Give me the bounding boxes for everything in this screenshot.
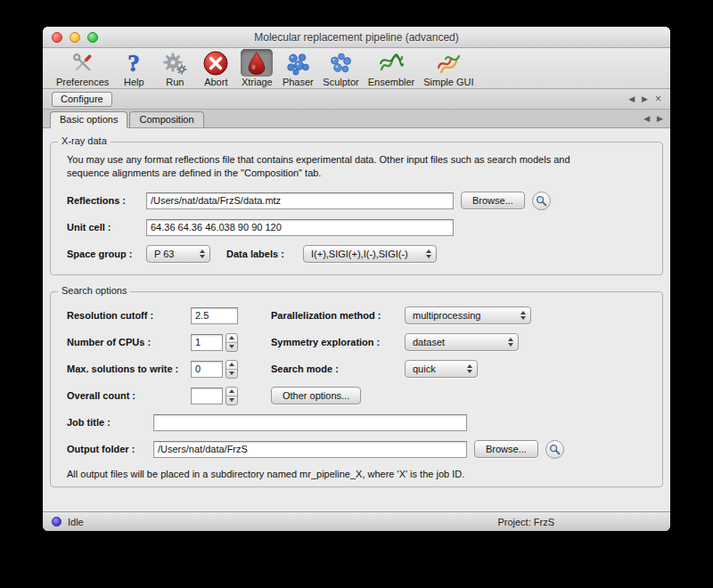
parallelization-method-label: Parallelization method :	[271, 310, 405, 321]
sculptor-icon	[324, 49, 356, 77]
tab-configure[interactable]: Configure	[52, 92, 112, 107]
minimize-window-button[interactable]	[70, 32, 80, 43]
reflections-browse-button[interactable]: Browse...	[461, 192, 525, 209]
reflections-input[interactable]	[146, 192, 454, 209]
max-solutions-row: Max. solutions to write : Search mode : …	[67, 355, 646, 382]
toolbar-label: Simple GUI	[423, 77, 473, 87]
toolbar-label: Help	[124, 77, 144, 87]
search-options-group: Search options Resolution cutoff : Paral…	[50, 291, 663, 487]
unit-cell-input[interactable]	[146, 219, 454, 236]
unit-cell-label: Unit cell :	[67, 222, 146, 233]
group-title: Search options	[58, 285, 130, 296]
toolbar-item-sculptor[interactable]: Sculptor	[318, 49, 363, 87]
tab-close-icon[interactable]: ×	[655, 94, 661, 104]
magnifier-icon	[536, 195, 547, 207]
overall-count-label: Overall count :	[67, 390, 191, 401]
tab-composition[interactable]: Composition	[129, 111, 203, 128]
zoom-window-button[interactable]	[87, 32, 98, 43]
data-labels-label: Data labels :	[226, 249, 303, 259]
toolbar-item-abort[interactable]: Abort	[195, 49, 236, 87]
toolbar-label: Preferences	[56, 77, 109, 87]
simple-gui-icon	[432, 49, 464, 77]
status-indicator-icon	[52, 517, 61, 527]
cpus-row: Number of CPUs : Symmetry exploration : …	[67, 329, 646, 355]
stepper-up[interactable]	[226, 334, 237, 342]
tab-scroll-left-icon[interactable]: ◀	[628, 95, 635, 103]
window-controls	[52, 32, 98, 43]
main-content: X-ray data You may use any format reflec…	[43, 128, 670, 511]
other-options-button[interactable]: Other options...	[271, 387, 361, 404]
number-of-cpus-input[interactable]	[191, 334, 223, 351]
magnifier-icon	[549, 444, 561, 455]
toolbar-label: Ensembler	[368, 77, 415, 87]
subtab-nav: ◀ ▶	[643, 115, 663, 123]
run-icon	[159, 49, 191, 77]
max-solutions-stepper[interactable]	[225, 360, 238, 379]
toolbar-item-xtriage[interactable]: Xtriage	[236, 49, 277, 87]
stepper-down[interactable]	[226, 342, 237, 351]
output-folder-view-button[interactable]	[545, 440, 564, 459]
resolution-cutoff-input[interactable]	[191, 307, 238, 324]
tab-scroll-right-icon[interactable]: ▶	[642, 95, 648, 103]
reflections-view-button[interactable]	[532, 192, 551, 210]
reflections-label: Reflections :	[67, 195, 146, 206]
status-bar: Idle Project: FrzS	[43, 511, 670, 531]
group-title: X-ray data	[58, 135, 111, 146]
output-folder-input[interactable]	[153, 441, 467, 458]
help-icon: ?	[118, 49, 150, 77]
overall-count-stepper[interactable]	[225, 387, 238, 405]
toolbar-label: Sculptor	[323, 77, 358, 87]
space-group-select[interactable]: P 63	[146, 245, 210, 263]
job-title-label: Job title :	[67, 417, 153, 428]
symmetry-exploration-label: Symmetry exploration :	[271, 337, 405, 347]
toolbar-item-run[interactable]: Run	[154, 49, 195, 87]
notebook-nav: ◀ ▶ ×	[628, 94, 661, 104]
search-mode-select[interactable]: quick	[405, 360, 478, 378]
number-of-cpus-label: Number of CPUs :	[67, 337, 191, 347]
output-folder-row: Output folder : Browse...	[67, 436, 646, 462]
toolbar: Preferences ? Help	[43, 48, 670, 89]
max-solutions-label: Max. solutions to write :	[67, 363, 191, 374]
parallelization-method-select[interactable]: multiprocessing	[405, 306, 531, 324]
popup-arrows-icon	[508, 338, 513, 347]
screen: { "window": { "title": "Molecular replac…	[0, 0, 713, 588]
toolbar-item-preferences[interactable]: Preferences	[52, 49, 113, 87]
window-title: Molecular replacement pipeline (advanced…	[254, 31, 458, 44]
notebook-header: Configure ◀ ▶ ×	[43, 89, 670, 110]
output-footnote: All output files will be placed in a sub…	[67, 469, 646, 479]
tab-basic-options[interactable]: Basic options	[50, 111, 127, 128]
preferences-icon	[67, 49, 99, 77]
toolbar-label: Abort	[204, 77, 227, 87]
resolution-row: Resolution cutoff : Parallelization meth…	[67, 302, 646, 329]
project-label: Project: FrzS	[497, 517, 554, 527]
stepper-down[interactable]	[226, 396, 237, 404]
overall-count-row: Overall count : Other options...	[67, 382, 646, 409]
close-window-button[interactable]	[52, 32, 62, 43]
max-solutions-input[interactable]	[191, 361, 223, 378]
xray-description: You may use any format reflections file …	[67, 153, 646, 180]
stepper-down[interactable]	[226, 369, 237, 378]
xray-data-group: X-ray data You may use any format reflec…	[50, 142, 663, 275]
subtab-scroll-right-icon[interactable]: ▶	[657, 115, 663, 123]
search-mode-label: Search mode :	[271, 363, 405, 374]
number-of-cpus-stepper[interactable]	[225, 333, 238, 352]
stepper-up[interactable]	[226, 388, 237, 396]
data-labels-select[interactable]: I(+),SIGI(+),I(-),SIGI(-)	[303, 245, 437, 263]
toolbar-item-phaser[interactable]: Phaser	[277, 49, 318, 87]
stepper-up[interactable]	[226, 361, 237, 369]
toolbar-item-simple-gui[interactable]: Simple GUI	[419, 49, 478, 87]
job-title-input[interactable]	[153, 414, 467, 431]
title-bar: Molecular replacement pipeline (advanced…	[43, 27, 670, 48]
overall-count-input[interactable]	[191, 388, 223, 404]
popup-arrows-icon	[520, 311, 526, 320]
output-folder-label: Output folder :	[67, 444, 153, 454]
subtab-scroll-left-icon[interactable]: ◀	[643, 115, 650, 123]
popup-arrows-icon	[426, 249, 431, 258]
unit-cell-row: Unit cell :	[67, 214, 646, 241]
output-folder-browse-button[interactable]: Browse...	[474, 440, 538, 458]
toolbar-item-help[interactable]: ? Help	[113, 49, 154, 87]
symmetry-exploration-select[interactable]: dataset	[405, 333, 519, 351]
popup-arrows-icon	[467, 364, 472, 373]
svg-text:?: ?	[128, 50, 141, 77]
toolbar-item-ensembler[interactable]: Ensembler	[364, 49, 420, 87]
